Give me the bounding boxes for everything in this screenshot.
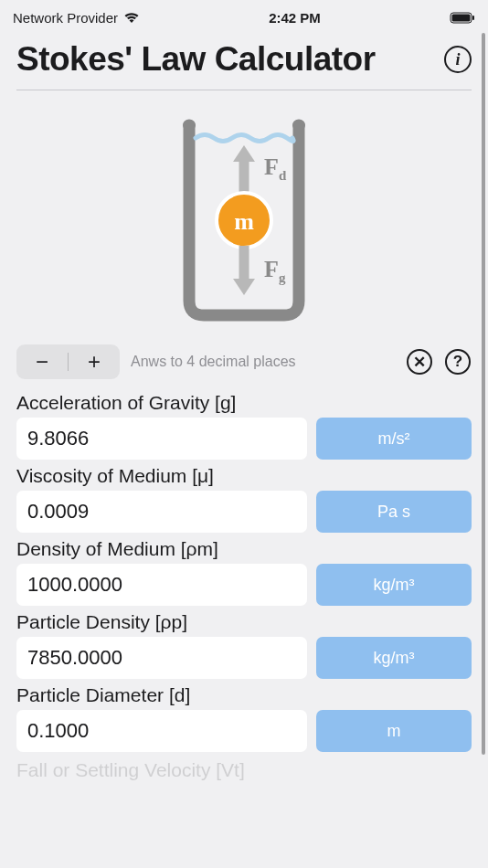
field-density-particle: Particle Density [ρp] kg/m³ [16, 611, 472, 679]
help-button[interactable]: ? [444, 348, 472, 376]
field-gravity: Acceleration of Gravity [g] m/s² [16, 392, 472, 460]
precision-label: Anws to 4 decimal places [131, 354, 395, 370]
diameter-input[interactable] [16, 710, 307, 752]
svg-rect-2 [472, 16, 474, 20]
page-header: Stokes' Law Calculator i [0, 35, 488, 90]
fields-list: Acceleration of Gravity [g] m/s² Viscosi… [0, 385, 488, 752]
info-button[interactable]: i [444, 46, 472, 73]
svg-text:m: m [234, 208, 254, 235]
density-medium-unit-button[interactable]: kg/m³ [316, 564, 472, 606]
gravity-input[interactable] [16, 418, 307, 460]
svg-rect-3 [183, 120, 196, 131]
increase-precision-button[interactable]: + [69, 344, 120, 379]
field-viscosity: Viscosity of Medium [μ] Pa s [16, 465, 472, 533]
field-label: Viscosity of Medium [μ] [16, 465, 472, 487]
density-medium-input[interactable] [16, 564, 307, 606]
battery-icon [450, 12, 475, 24]
clear-button[interactable]: ✕ [406, 348, 433, 376]
info-icon: i [455, 50, 460, 69]
gravity-unit-button[interactable]: m/s² [316, 418, 472, 460]
field-density-medium: Density of Medium [ρm] kg/m³ [16, 538, 472, 606]
diameter-unit-button[interactable]: m [316, 710, 472, 752]
status-bar: Network Provider 2:42 PM [0, 0, 488, 35]
wifi-icon [123, 11, 140, 24]
controls-row: − + Anws to 4 decimal places ✕ ? [0, 335, 488, 385]
field-label: Particle Density [ρp] [16, 611, 472, 633]
time-label: 2:42 PM [269, 10, 321, 26]
scrollbar-thumb[interactable] [482, 33, 485, 755]
svg-text:F: F [264, 256, 279, 282]
stokes-diagram: F d m F g [153, 109, 335, 328]
svg-text:g: g [279, 270, 286, 285]
question-icon: ? [445, 349, 471, 375]
decrease-precision-button[interactable]: − [16, 344, 68, 379]
field-label: Particle Diameter [d] [16, 684, 472, 706]
svg-rect-1 [452, 14, 471, 21]
page-title: Stokes' Law Calculator [16, 40, 376, 79]
svg-text:d: d [279, 168, 287, 183]
svg-rect-4 [292, 120, 305, 131]
field-diameter: Particle Diameter [d] m [16, 684, 472, 752]
field-label: Acceleration of Gravity [g] [16, 392, 472, 414]
carrier-label: Network Provider [13, 10, 118, 26]
close-icon: ✕ [407, 349, 432, 375]
field-label: Density of Medium [ρm] [16, 538, 472, 560]
precision-stepper: − + [16, 344, 120, 379]
scrollbar[interactable] [482, 33, 485, 837]
diagram-container: F d m F g [0, 90, 488, 335]
viscosity-unit-button[interactable]: Pa s [316, 491, 472, 533]
density-particle-unit-button[interactable]: kg/m³ [316, 637, 472, 679]
density-particle-input[interactable] [16, 637, 307, 679]
field-velocity-label-partial: Fall or Settling Velocity [Vt] [0, 759, 488, 781]
viscosity-input[interactable] [16, 491, 307, 533]
svg-text:F: F [264, 153, 279, 180]
